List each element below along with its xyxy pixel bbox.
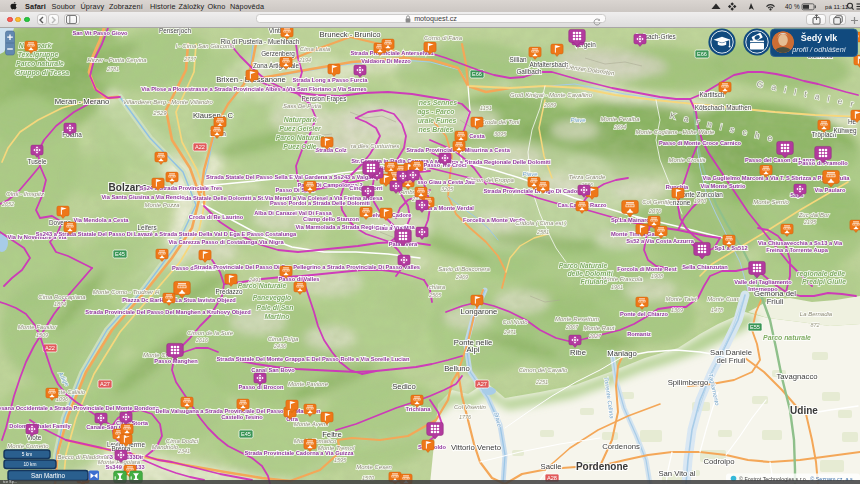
svg-text:Gruppo di Tessa: Gruppo di Tessa [15, 69, 69, 77]
svg-text:1776: 1776 [459, 414, 472, 420]
svg-text:Terza Grande: Terza Grande [569, 174, 606, 180]
svg-text:10 km: 10 km [23, 462, 36, 467]
svg-text:2194: 2194 [298, 57, 311, 63]
svg-text:1970: 1970 [694, 198, 707, 204]
svg-text:Monte Pozza: Monte Pozza [144, 202, 180, 208]
svg-text:Parco Naturale: Parco Naturale [238, 282, 287, 289]
svg-text:Zuc dal Bor: Zuc dal Bor [798, 212, 831, 218]
svg-text:Via Monte Sutrio: Via Monte Sutrio [701, 183, 746, 189]
svg-text:Strada Long a Passo Furcia: Strada Long a Passo Furcia [293, 77, 369, 83]
svg-text:2529: 2529 [152, 110, 167, 116]
svg-text:Piazza Dc BarHotel La Stua lav: Piazza Dc BarHotel La Stua lavista Objez… [122, 297, 236, 303]
svg-text:Strada Provinciale Anterselva1: Strada Provinciale Anterselva1 [350, 50, 433, 56]
svg-text:Martino: Martino [265, 313, 290, 320]
svg-text:Puez Geisler: Puez Geisler [279, 125, 321, 132]
svg-text:Corno di Fana: Corno di Fana [424, 35, 463, 41]
svg-text:Maniago: Maniago [607, 349, 637, 358]
svg-text:pá 11:11: pá 11:11 [825, 3, 849, 10]
svg-text:Monte Taiet: Monte Taiet [665, 296, 696, 302]
svg-text:Trichiana: Trichiana [406, 406, 432, 412]
svg-text:A22: A22 [45, 345, 55, 351]
svg-text:Ribe: Ribe [570, 348, 586, 357]
svg-text:Cima Roccapiana: Cima Roccapiana [38, 294, 86, 300]
svg-text:2251: 2251 [535, 379, 548, 385]
svg-text:Col Gentile: Col Gentile [642, 199, 672, 205]
svg-text:tce Sp...: tce Sp... [3, 480, 17, 484]
svg-text:Gailbach: Gailbach [516, 68, 542, 75]
svg-text:Monte Sernio: Monte Sernio [753, 199, 789, 205]
svg-text:Villanderer Berg - Monte Villa: Villanderer Berg - Monte Villandro [123, 99, 213, 105]
svg-text:2737: 2737 [183, 56, 197, 62]
svg-text:2616: 2616 [195, 337, 209, 343]
svg-text:Mandriolo: Mandriolo [152, 444, 179, 450]
svg-text:Zona Artigianale: Zona Artigianale [253, 62, 300, 70]
svg-text:Ciamp dello Stanzon: Ciamp dello Stanzon [303, 216, 359, 222]
svg-text:Via Santa Giusina a Via Rencio: Via Santa Giusina a Via Rencio [101, 194, 185, 200]
svg-text:Passo Pordoi a Strada Delle Do: Passo Pordoi a Strada Delle Dolomiti [270, 200, 370, 206]
svg-text:Piave: Piave [570, 117, 586, 123]
svg-text:Feltre: Feltre [322, 430, 342, 439]
svg-text:Valle del Tagliamento: Valle del Tagliamento [734, 279, 792, 285]
svg-text:Sp1 a Ss512: Sp1 a Ss512 [714, 245, 747, 251]
svg-text:Sp.La Mainarda: Sp.La Mainarda [611, 217, 654, 223]
svg-text:Freina a Torrente Aupa: Freina a Torrente Aupa [766, 247, 828, 253]
svg-text:Sedico: Sedico [392, 382, 416, 391]
svg-text:San Vit Passo Giovo: San Vit Passo Giovo [72, 30, 128, 36]
svg-text:Col Nudo: Col Nudo [502, 319, 528, 325]
svg-text:2581: 2581 [536, 229, 549, 235]
svg-text:Monte Fausior: Monte Fausior [18, 324, 57, 330]
svg-text:Friuli: Friuli [767, 297, 784, 306]
svg-text:3205: 3205 [441, 186, 454, 192]
svg-text:Predazzo: Predazzo [216, 288, 243, 295]
svg-text:Pension Frapes: Pension Frapes [302, 95, 347, 103]
svg-text:Monte Raut: Monte Raut [583, 325, 614, 331]
svg-text:Croda dei Toni: Croda dei Toni [481, 119, 520, 125]
svg-text:ags - Parco: ags - Parco [417, 108, 454, 116]
svg-text:Strada Statale Del Monte Grapp: Strada Statale Del Monte Grappa E Del Pa… [216, 356, 410, 362]
svg-text:Parco naturale: Parco naturale [16, 60, 64, 67]
svg-text:Passo di Monte Croce Carnico: Passo di Monte Croce Carnico [659, 140, 742, 146]
svg-text:Monte Cornetto: Monte Cornetto [7, 443, 49, 449]
svg-text:Belluno: Belluno [444, 364, 470, 373]
svg-text:Spilimbergo: Spilimbergo [668, 378, 709, 387]
svg-text:Passo di Brocon: Passo di Brocon [239, 384, 284, 390]
svg-text:E55: E55 [750, 324, 760, 330]
svg-text:Texelgruppe: Texelgruppe [18, 51, 59, 59]
svg-text:Alpi: Alpi [467, 345, 480, 354]
svg-text:2341: 2341 [177, 448, 190, 454]
svg-text:1478: 1478 [711, 307, 724, 313]
svg-text:A22: A22 [195, 144, 205, 150]
svg-text:Strada Colz: Strada Colz [315, 147, 346, 153]
svg-text:2652: 2652 [1, 201, 14, 207]
svg-text:1151: 1151 [480, 105, 492, 111]
svg-text:Cesta: Cesta [469, 133, 485, 139]
svg-text:Canal San Bovo: Canal San Bovo [251, 367, 295, 373]
svg-text:San Martino: San Martino [31, 472, 65, 479]
svg-text:Monte Resettum: Monte Resettum [555, 316, 599, 322]
svg-text:3095: 3095 [494, 131, 507, 137]
svg-text:nes Braies: nes Braies [419, 126, 454, 133]
svg-text:Parco Naturale: Parco Naturale [559, 262, 608, 269]
svg-text:2076: 2076 [648, 208, 662, 214]
svg-text:E66: E66 [472, 71, 482, 77]
svg-text:Paneveggio: Paneveggio [253, 294, 292, 302]
svg-text:A27: A27 [477, 381, 487, 387]
svg-text:delle Dolomiti: delle Dolomiti [567, 270, 613, 277]
svg-text:2694: 2694 [613, 124, 626, 130]
svg-text:1509: 1509 [36, 332, 48, 338]
svg-text:Romaniz: Romaniz [627, 331, 651, 337]
svg-text:Sillian: Sillian [509, 56, 526, 63]
svg-text:E45: E45 [115, 251, 125, 257]
svg-text:Meran - Merano: Meran - Merano [55, 97, 110, 106]
svg-text:Groß Kinigat - Monte Cavallino: Groß Kinigat - Monte Cavallino [510, 92, 593, 98]
svg-text:sso Giau a Cesta Jau: sso Giau a Cesta Jau [417, 179, 475, 185]
svg-text:Abfaltersbach: Abfaltersbach [529, 61, 569, 68]
svg-text:Šedý vlk: Šedý vlk [801, 32, 839, 43]
svg-text:2027: 2027 [588, 333, 602, 339]
svg-text:Monte Peralba: Monte Peralba [600, 116, 640, 122]
svg-text:Croda di Re Laurino: Croda di Re Laurino [189, 214, 244, 220]
svg-text:Dolomiti Chalet Family: Dolomiti Chalet Family [9, 423, 71, 429]
svg-text:regionale delle: regionale delle [797, 270, 845, 278]
svg-text:Monte Cesen: Monte Cesen [356, 464, 392, 470]
svg-text:Parco naturale: Parco naturale [763, 334, 811, 341]
